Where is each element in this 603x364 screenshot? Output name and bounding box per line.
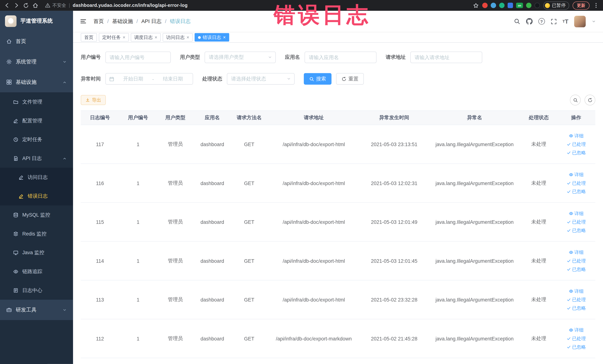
app-name-input[interactable] [304,52,376,63]
sidebar-item-trace[interactable]: 链路追踪 [0,262,73,281]
paused-label: 已暂停 [552,2,566,9]
tab-error-log[interactable]: 错误日志× [195,33,229,42]
export-button[interactable]: 导出 [81,95,106,105]
mark-ignored-link[interactable]: 已忽略 [566,227,586,234]
close-icon[interactable]: × [155,35,157,40]
sidebar-item-dev-tools[interactable]: 研发工具 [0,300,73,320]
sidebar-item-mysql-monitor[interactable]: MySQL 监控 [0,205,73,224]
address-bar[interactable]: 不安全 | dashboard.yudao.iocoder.cn/infra/l… [45,2,470,9]
document-icon [13,156,19,161]
process-status-select[interactable]: 请选择处理状态 [227,73,295,84]
user-type-select[interactable]: 请选择用户类型 [205,52,276,63]
extension-blue-drop-icon[interactable] [491,3,496,8]
col-method: 请求方法名 [231,110,268,125]
extension-leaf-icon[interactable] [526,3,532,8]
security-label: 不安全 [52,2,66,9]
detail-link[interactable]: 详细 [568,210,583,217]
table-row: 115 1 管理员 dashboard GET /api/infra/db-do… [81,202,595,241]
mark-processed-link[interactable]: 已处理 [566,296,586,303]
chrome-update-button[interactable]: 更新 [573,1,590,10]
sidebar-item-redis-monitor[interactable]: Redis 监控 [0,224,73,243]
tab-schedule-log[interactable]: 调度日志× [131,33,161,42]
sidebar-item-api-log[interactable]: API 日志 [0,149,73,168]
mark-ignored-link[interactable]: 已忽略 [566,188,586,195]
cell-actions: 详细 已处理 已忽略 [557,319,595,358]
sidebar-item-access-log[interactable]: 访问日志 [0,168,73,187]
page-content: 用户编号 用户类型 请选择用户类型 应用名 [73,43,603,364]
app-logo[interactable]: 芋道管理系统 [0,11,73,31]
toggle-search-button[interactable] [570,94,581,105]
tab-home[interactable]: 首页 [81,33,97,42]
bookmark-star-icon[interactable] [473,2,479,8]
sidebar-item-infra[interactable]: 基础设施 [0,72,73,92]
request-url-input[interactable] [410,52,482,63]
extension-grid-icon[interactable] [508,3,513,8]
tags-view: 首页 定时任务× 调度日志× 访问日志× 错误日志× [73,32,603,43]
sidebar-item-file-manage[interactable]: 文件管理 [0,92,73,111]
detail-link[interactable]: 详细 [568,327,583,333]
mark-ignored-link[interactable]: 已忽略 [566,305,586,311]
breadcrumb-api-log[interactable]: API 日志 [141,18,162,25]
extension-paw-icon[interactable] [534,3,540,8]
refresh-icon [587,97,592,103]
security-warning[interactable]: 不安全 [45,2,66,9]
font-size-icon[interactable]: TT [563,19,568,24]
end-date-placeholder[interactable]: 结束日期 [157,75,189,82]
sidebar-item-home[interactable]: 首页 [0,31,73,52]
sidebar-item-system[interactable]: 系统管理 [0,52,73,72]
mark-ignored-link[interactable]: 已忽略 [566,150,586,156]
user-id-input[interactable] [105,52,171,63]
detail-link[interactable]: 详细 [568,133,583,139]
start-date-placeholder[interactable]: 开始日期 [117,75,150,82]
github-icon[interactable] [526,18,532,25]
navbar-tools: ? TT [514,16,596,27]
search-button[interactable]: 搜索 [304,73,331,84]
extension-on-badge[interactable]: on [516,3,523,8]
sidebar-item-config-manage[interactable]: 配置管理 [0,111,73,130]
kebab-menu-icon[interactable] [593,2,599,8]
close-icon[interactable]: × [223,35,226,40]
mark-processed-link[interactable]: 已处理 [566,141,586,147]
mark-processed-link[interactable]: 已处理 [566,335,586,342]
date-range-picker[interactable]: 开始日期 - 结束日期 [105,73,193,84]
chevron-down-icon [287,77,291,81]
sidebar-item-scheduled-jobs[interactable]: 定时任务 [0,130,73,149]
tab-scheduled-jobs[interactable]: 定时任务× [99,33,129,42]
reset-button[interactable]: 重置 [336,73,364,84]
table-row: 117 1 管理员 dashboard GET /api/infra/db-do… [81,125,595,164]
sidebar-item-java-monitor[interactable]: Java 监控 [0,243,73,262]
detail-link[interactable]: 详细 [568,171,583,178]
fullscreen-icon[interactable] [551,18,557,24]
mark-ignored-link[interactable]: 已忽略 [566,344,586,350]
caret-down-icon[interactable] [591,19,596,24]
refresh-table-button[interactable] [584,94,595,105]
detail-link[interactable]: 详细 [568,288,583,294]
user-avatar[interactable] [574,16,586,27]
processed-link-label: 已处理 [572,296,586,303]
sidebar-item-error-log[interactable]: 错误日志 [0,187,73,205]
close-icon[interactable]: × [186,35,189,40]
browser-forward-icon[interactable] [13,2,20,8]
browser-reload-icon[interactable] [23,2,29,8]
cell-log-id: 116 [81,164,119,203]
sidebar-item-log-center[interactable]: 日志中心 [0,281,73,300]
cell-user-id: 1 [119,280,157,319]
hamburger-icon[interactable] [80,18,87,25]
tab-access-log[interactable]: 访问日志× [163,33,193,42]
extension-red-icon[interactable] [482,3,488,8]
detail-link[interactable]: 详细 [568,249,583,256]
mark-processed-link[interactable]: 已处理 [566,219,586,225]
profile-paused-badge[interactable]: 已暂停 [543,1,569,10]
api-log-submenu: 访问日志 错误日志 [0,168,73,205]
close-icon[interactable]: × [123,35,126,40]
mark-processed-link[interactable]: 已处理 [566,258,586,264]
search-icon[interactable] [514,18,520,25]
mark-processed-link[interactable]: 已处理 [566,180,586,186]
browser-home-icon[interactable] [32,2,38,8]
extension-teal-icon[interactable] [499,3,505,8]
help-icon[interactable]: ? [538,18,545,25]
browser-back-icon[interactable] [4,2,10,8]
breadcrumb-infra[interactable]: 基础设施 [112,18,133,25]
breadcrumb-home[interactable]: 首页 [93,18,104,25]
mark-ignored-link[interactable]: 已忽略 [566,266,586,273]
